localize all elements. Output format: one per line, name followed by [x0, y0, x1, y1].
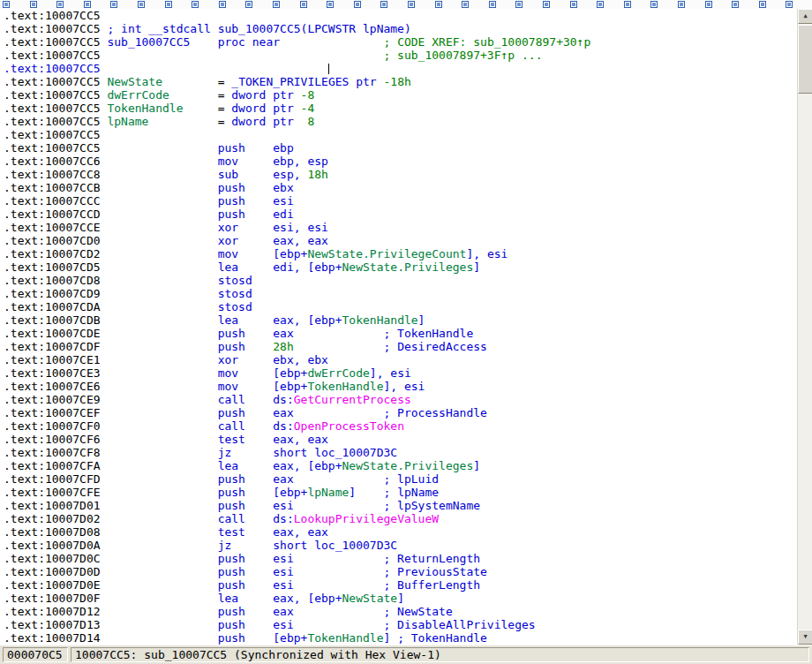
document-icon[interactable] [192, 1, 199, 8]
asm-line[interactable]: .text:10007CC5 ; sub_10007897+3F↑p ... [4, 49, 797, 62]
asm-line[interactable]: .text:10007CC8 sub esp, 18h [4, 168, 797, 181]
code-segment: .text:10007CC5 [4, 88, 101, 102]
asm-line[interactable]: .text:10007D0E push esi ; BufferLength [4, 578, 797, 592]
document-icon[interactable] [435, 1, 442, 8]
asm-line[interactable]: .text:10007CFE push [ebp+lpName] ; lpNam… [4, 486, 797, 499]
code-segment: ], esi [370, 366, 411, 380]
code-segment: .text:10007D02 [4, 512, 101, 525]
asm-line[interactable]: .text:10007CE1 xor ebx, ebx [4, 353, 797, 366]
asm-line[interactable]: .text:10007CF0 call ds:OpenProcessToken [4, 419, 797, 433]
asm-line[interactable]: .text:10007CD8 stosd [4, 274, 797, 287]
scroll-up-icon[interactable]: ▲ [798, 9, 812, 24]
code-segment: sub_10007CC5 proc near [101, 35, 281, 49]
asm-line[interactable]: .text:10007CD2 mov [ebp+NewState.Privile… [4, 247, 797, 260]
asm-line[interactable]: .text:10007D14 push [ebp+TokenHandle] ; … [4, 631, 797, 645]
asm-line[interactable]: .text:10007CC5 ; int __stdcall sub_10007… [4, 22, 797, 35]
asm-line[interactable]: .text:10007CE9 call ds:GetCurrentProcess [4, 393, 797, 406]
asm-line[interactable]: .text:10007CC5 NewState = _TOKEN_PRIVILE… [4, 75, 797, 88]
code-segment: .text:10007D0C [4, 552, 101, 565]
code-segment: .text:10007CC5 [4, 102, 101, 115]
vertical-scrollbar[interactable]: ▲ ▼ [797, 9, 812, 645]
asm-line[interactable]: .text:10007CC5 lpName = dword ptr 8 [4, 115, 797, 128]
asm-line[interactable]: .text:10007CEF push eax ; ProcessHandle [4, 406, 797, 419]
scroll-down-icon[interactable]: ▼ [798, 630, 812, 645]
document-icon[interactable] [705, 1, 712, 8]
document-icon[interactable] [408, 1, 415, 8]
code-segment: dwErrCode [307, 366, 369, 380]
asm-line[interactable]: .text:10007CDB lea eax, [ebp+TokenHandle… [4, 313, 797, 327]
asm-line[interactable]: .text:10007CDE push eax ; TokenHandle [4, 327, 797, 340]
document-icon[interactable] [327, 1, 334, 8]
asm-line[interactable]: .text:10007D08 test eax, eax [4, 525, 797, 539]
code-segment: jz short loc_10007D3C [101, 446, 398, 459]
document-icon[interactable] [650, 1, 658, 8]
code-segment: .text:10007CD5 [4, 260, 101, 274]
code-segment: mov [ebp+ [101, 380, 308, 393]
asm-line[interactable]: .text:10007CD5 lea edi, [ebp+NewState.Pr… [4, 260, 797, 274]
asm-line[interactable]: .text:10007D02 call ds:LookupPrivilegeVa… [4, 512, 797, 525]
asm-line[interactable]: .text:10007CC6 mov ebp, esp [4, 155, 797, 168]
document-icon[interactable] [489, 1, 496, 8]
document-icon[interactable] [597, 1, 604, 8]
code-segment: ] [418, 313, 425, 327]
asm-line[interactable]: .text:10007CF6 test eax, eax [4, 433, 797, 446]
asm-line[interactable]: .text:10007CCB push ebx [4, 181, 797, 194]
asm-line[interactable]: .text:10007CF8 jz short loc_10007D3C [4, 446, 797, 459]
document-icon[interactable] [110, 1, 117, 8]
document-icon[interactable] [354, 1, 361, 8]
document-icon[interactable] [759, 1, 766, 8]
asm-line[interactable]: .text:10007CC5 dwErrCode = dword ptr -8 [4, 88, 797, 102]
asm-line[interactable]: .text:10007CE3 mov [ebp+dwErrCode], esi [4, 366, 797, 380]
asm-line[interactable]: .text:10007CC5 [4, 9, 797, 22]
document-icon[interactable] [678, 1, 685, 8]
scrollbar-thumb[interactable] [798, 25, 812, 94]
asm-line[interactable]: .text:10007CC5 TokenHandle = dword ptr -… [4, 102, 797, 115]
code-segment [101, 62, 328, 75]
asm-line[interactable]: .text:10007CC5 [4, 128, 797, 141]
document-icon[interactable] [462, 1, 469, 8]
document-icon[interactable] [84, 1, 91, 8]
asm-line[interactable]: .text:10007D13 push esi ; DisableAllPriv… [4, 618, 797, 631]
document-icon[interactable] [56, 1, 64, 8]
asm-line[interactable]: .text:10007CC5 sub_10007CC5 proc near ; … [4, 35, 797, 49]
asm-line[interactable]: .text:10007D0D push esi ; PreviousState [4, 565, 797, 578]
document-icon[interactable] [3, 1, 10, 8]
document-icon[interactable] [165, 1, 172, 8]
document-icon[interactable] [732, 1, 739, 8]
document-icon[interactable] [273, 1, 280, 8]
document-icon[interactable] [624, 1, 631, 8]
asm-line[interactable]: .text:10007D0A jz short loc_10007D3C [4, 539, 797, 552]
asm-line[interactable]: .text:10007CD0 xor eax, eax [4, 234, 797, 247]
document-icon[interactable] [380, 1, 387, 8]
code-segment: ] ; lpName [349, 486, 439, 499]
document-icon[interactable] [570, 1, 577, 8]
document-icon[interactable] [30, 1, 37, 8]
asm-line[interactable]: .text:10007CC5 push ebp [4, 141, 797, 155]
code-segment: .text:10007D0E [4, 578, 101, 592]
document-icon[interactable] [245, 1, 252, 8]
asm-line[interactable]: .text:10007CFA lea eax, [ebp+NewState.Pr… [4, 459, 797, 472]
document-icon[interactable] [543, 1, 550, 8]
asm-line[interactable]: .text:10007CD9 stosd [4, 287, 797, 300]
code-segment: .text:10007CDE [4, 327, 101, 340]
asm-line[interactable]: .text:10007D12 push eax ; NewState [4, 605, 797, 618]
asm-line[interactable]: .text:10007D01 push esi ; lpSystemName [4, 499, 797, 512]
document-icon[interactable] [515, 1, 523, 8]
asm-line[interactable]: .text:10007CDF push 28h ; DesiredAccess [4, 340, 797, 353]
asm-line[interactable]: .text:10007D0F lea eax, [ebp+NewState] [4, 592, 797, 605]
document-icon[interactable] [300, 1, 307, 8]
asm-line[interactable]: .text:10007CCE xor esi, esi [4, 221, 797, 234]
asm-line[interactable]: .text:10007D0C push esi ; ReturnLength [4, 552, 797, 565]
code-segment: push esi ; ReturnLength [101, 552, 480, 565]
asm-line[interactable]: .text:10007CCC push esi [4, 194, 797, 208]
document-icon[interactable] [786, 1, 793, 8]
code-segment: -18h [384, 75, 411, 88]
document-icon[interactable] [138, 1, 145, 8]
document-icon[interactable] [219, 1, 226, 8]
asm-line[interactable]: .text:10007CE6 mov [ebp+TokenHandle], es… [4, 380, 797, 393]
asm-line[interactable]: .text:10007CDA stosd [4, 300, 797, 313]
asm-line[interactable]: .text:10007CC5 [4, 62, 797, 75]
asm-line[interactable]: .text:10007CCD push edi [4, 208, 797, 221]
code-segment: .text:10007D01 [4, 499, 101, 512]
asm-line[interactable]: .text:10007CFD push eax ; lpLuid [4, 472, 797, 486]
